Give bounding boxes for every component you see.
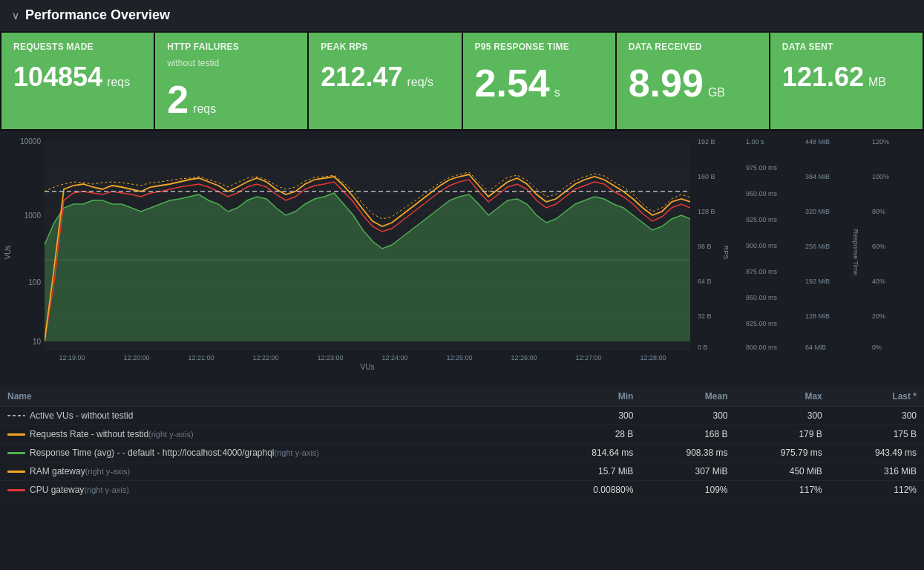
legend-table: Name Min Mean Max Last * Active VUs - wi…: [0, 387, 924, 499]
svg-text:VUs: VUs: [4, 246, 12, 260]
col-mean: Mean: [640, 387, 735, 407]
series-mean: 307 MiB: [640, 462, 735, 481]
metric-label: HTTP Failures: [167, 42, 295, 52]
series-name-cell: Response Time (avg) - - default - http:/…: [0, 444, 546, 462]
col-last: Last *: [830, 387, 924, 407]
series-indicator: [7, 415, 25, 416]
svg-text:12:27:00: 12:27:00: [575, 354, 601, 361]
series-indicator: [7, 489, 25, 491]
series-min: 15.7 MiB: [546, 462, 640, 481]
svg-text:925.00 ms: 925.00 ms: [746, 216, 778, 223]
series-indicator: [7, 433, 25, 436]
metric-value: 2.54: [475, 64, 550, 102]
series-suffix: (right y-axis): [84, 485, 129, 494]
metrics-row: Requests Made 104854 reqs HTTP Failures …: [0, 31, 924, 131]
chart-area: 10000 1000 100 10 VUs 192 B 160 B 128 B …: [0, 131, 924, 387]
svg-text:12:28:00: 12:28:00: [640, 354, 666, 361]
series-min: 814.64 ms: [546, 444, 640, 462]
svg-text:384 MiB: 384 MiB: [805, 173, 830, 180]
svg-text:800.00 ms: 800.00 ms: [746, 344, 778, 351]
svg-text:192 MiB: 192 MiB: [805, 278, 830, 285]
svg-text:448 MiB: 448 MiB: [805, 138, 830, 145]
series-last: 943.49 ms: [830, 444, 924, 462]
svg-text:12:21:00: 12:21:00: [188, 354, 214, 361]
svg-text:10: 10: [33, 338, 42, 346]
metric-unit: reqs: [107, 76, 130, 89]
svg-text:96 B: 96 B: [698, 243, 712, 250]
series-max: 300: [735, 407, 830, 425]
series-mean: 908.38 ms: [640, 444, 735, 462]
svg-text:Response Time: Response Time: [852, 229, 859, 276]
metric-card-data-received: Data Received 8.99 GB: [617, 33, 769, 129]
col-min: Min: [546, 387, 640, 407]
svg-text:120%: 120%: [872, 138, 889, 145]
metric-card-peak-rps: Peak RPS 212.47 req/s: [309, 33, 461, 129]
svg-text:12:24:00: 12:24:00: [381, 354, 407, 361]
list-item: Active VUs - without testid 300 300 300 …: [0, 407, 924, 425]
metric-card-p95-response-time: P95 Response Time 2.54 s: [463, 33, 615, 129]
legend-body: Active VUs - without testid 300 300 300 …: [0, 407, 924, 499]
svg-text:64 MiB: 64 MiB: [805, 344, 826, 351]
svg-text:320 MiB: 320 MiB: [805, 208, 830, 215]
svg-text:VUs: VUs: [361, 363, 375, 371]
svg-text:12:19:00: 12:19:00: [59, 354, 85, 361]
series-last: 112%: [830, 481, 924, 499]
svg-text:256 MiB: 256 MiB: [805, 243, 830, 250]
svg-text:192 B: 192 B: [698, 138, 715, 145]
metric-unit: s: [554, 86, 560, 99]
series-last: 300: [830, 407, 924, 425]
svg-text:60%: 60%: [872, 243, 885, 250]
metric-card-http-failures: HTTP Failures without testid 2 reqs: [155, 33, 307, 129]
metric-card-requests-made: Requests Made 104854 reqs: [1, 33, 154, 129]
series-min: 300: [546, 407, 640, 425]
series-name-cell: Active VUs - without testid: [0, 407, 546, 425]
series-name: Active VUs - without testid: [30, 410, 133, 421]
svg-text:12:20:00: 12:20:00: [123, 354, 149, 361]
svg-text:12:25:00: 12:25:00: [446, 354, 472, 361]
svg-text:0 B: 0 B: [698, 344, 708, 351]
svg-text:100: 100: [28, 278, 41, 286]
svg-text:RPS: RPS: [722, 246, 730, 260]
series-min: 0.00880%: [546, 481, 640, 499]
page-title: Performance Overview: [25, 7, 170, 23]
svg-text:160 B: 160 B: [698, 173, 715, 180]
series-name: Requests Rate - without testid: [30, 429, 148, 439]
svg-text:128 B: 128 B: [698, 208, 715, 215]
series-suffix: (right y-axis): [85, 467, 131, 476]
svg-text:900.00 ms: 900.00 ms: [746, 242, 778, 249]
metric-label: Data Received: [629, 42, 757, 52]
svg-text:950.00 ms: 950.00 ms: [746, 190, 778, 197]
metric-value: 2: [167, 80, 189, 119]
series-name: Response Time (avg) - - default - http:/…: [30, 448, 275, 458]
series-mean: 109%: [640, 481, 735, 499]
series-last: 175 B: [830, 425, 924, 444]
svg-text:64 B: 64 B: [698, 278, 712, 285]
series-suffix: (right y-axis): [275, 448, 320, 457]
col-max: Max: [735, 387, 830, 407]
series-suffix: (right y-axis): [148, 430, 194, 439]
series-mean: 168 B: [640, 425, 735, 444]
main-chart: 10000 1000 100 10 VUs 192 B 160 B 128 B …: [0, 134, 924, 371]
metric-sub: without testid: [167, 58, 295, 68]
svg-text:0%: 0%: [872, 344, 882, 351]
svg-text:1000: 1000: [24, 212, 42, 220]
svg-text:1.00 s: 1.00 s: [746, 138, 764, 145]
header: ∨ Performance Overview: [0, 0, 924, 31]
metric-value: 8.99: [629, 64, 704, 102]
series-name-cell: Requests Rate - without testid (right y-…: [0, 425, 546, 444]
series-max: 450 MiB: [735, 462, 830, 481]
svg-text:80%: 80%: [872, 208, 885, 215]
metric-unit: MB: [868, 76, 886, 89]
svg-text:875.00 ms: 875.00 ms: [746, 268, 778, 275]
list-item: Response Time (avg) - - default - http:/…: [0, 444, 924, 462]
series-min: 28 B: [546, 425, 640, 444]
series-last: 316 MiB: [830, 462, 924, 481]
svg-text:12:23:00: 12:23:00: [317, 354, 343, 361]
list-item: CPU gateway (right y-axis) 0.00880% 109%…: [0, 481, 924, 499]
series-max: 975.79 ms: [735, 444, 830, 462]
svg-text:12:22:00: 12:22:00: [252, 354, 278, 361]
legend-header: Name Min Mean Max Last *: [0, 387, 924, 407]
svg-text:825.00 ms: 825.00 ms: [746, 320, 778, 327]
svg-text:20%: 20%: [872, 312, 885, 320]
series-mean: 300: [640, 407, 735, 425]
